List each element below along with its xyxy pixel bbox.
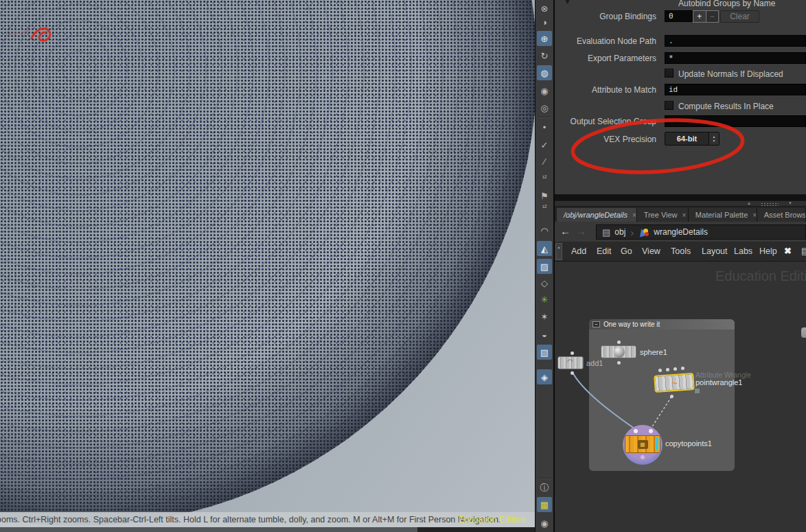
point-numbers-icon[interactable]: ¹²: [537, 170, 552, 185]
subdivision-display-icon[interactable]: ✳: [537, 292, 552, 307]
scene-viewport[interactable]: ooms. Ctrl+Right zooms. Spacebar-Ctrl-Le…: [0, 0, 535, 532]
menu-go[interactable]: Go: [621, 246, 632, 256]
point-display-icon[interactable]: •: [537, 119, 552, 135]
handles-icon[interactable]: ◈: [537, 369, 552, 384]
crossed-tools-icon[interactable]: ✖: [784, 246, 792, 256]
splitter-up-icon[interactable]: ▲: [747, 201, 751, 205]
particle-display-icon[interactable]: ✶: [537, 309, 552, 324]
input-dot[interactable]: [666, 368, 669, 371]
orbit-light-icon[interactable]: ↻: [537, 48, 552, 63]
group-box-header[interactable]: − One way to write it: [589, 319, 735, 329]
no-lights-icon[interactable]: ⊗: [537, 1, 552, 16]
network-editor[interactable]: Education Editi − One way to write it ◠ …: [555, 262, 806, 532]
menu-edit[interactable]: Edit: [597, 246, 612, 256]
forward-arrow-icon[interactable]: →: [576, 225, 586, 237]
node-label-sphere1: sphere1: [640, 348, 667, 356]
group-bindings-field[interactable]: 0: [665, 10, 693, 22]
list-icon[interactable]: ▤: [801, 246, 806, 256]
input-dot[interactable]: [571, 351, 574, 355]
visibility-icon[interactable]: ◉: [537, 516, 552, 531]
node-sphere1[interactable]: [601, 345, 636, 358]
menu-layout[interactable]: Layout: [702, 246, 728, 256]
headlight-icon[interactable]: ⊕: [537, 31, 552, 46]
obj-network-icon: ▤: [602, 227, 610, 238]
decrement-button[interactable]: −: [706, 11, 719, 22]
breadcrumb-current[interactable]: wrangleDetails: [654, 227, 708, 237]
input-dot[interactable]: [634, 429, 638, 433]
evaluation-node-path-label: Evaluation Node Path: [555, 36, 656, 46]
pane-splitter[interactable]: ▲ ▼: [555, 200, 806, 207]
node-copytopoints1[interactable]: ▦: [625, 435, 660, 453]
node-label-pointwrangle1: pointwrangle1: [695, 378, 743, 386]
splitter-down-icon[interactable]: ▼: [788, 201, 792, 205]
output-dot[interactable]: [670, 395, 673, 398]
breadcrumb: ▤ obj › wrangleDetails: [596, 224, 806, 240]
output-dot[interactable]: [641, 455, 645, 459]
attribute-to-match-field[interactable]: id: [665, 84, 806, 95]
hdri-sphere-icon[interactable]: ◍: [537, 65, 552, 80]
collapse-minus-icon[interactable]: −: [592, 321, 600, 327]
tab-asset-browser[interactable]: Asset Browse: [757, 208, 806, 222]
close-icon[interactable]: ×: [752, 211, 757, 219]
node-add1[interactable]: ◠: [557, 356, 584, 369]
tab-label: Tree View: [644, 211, 678, 219]
back-arrow-icon[interactable]: ←: [560, 225, 571, 237]
input-dot[interactable]: [649, 429, 653, 433]
input-dot[interactable]: [617, 340, 621, 344]
output-dot[interactable]: [571, 371, 574, 375]
isolate-objects-icon[interactable]: ◉: [537, 83, 552, 98]
point-vectors-icon[interactable]: ∕: [537, 154, 552, 169]
toolbar-divider: [538, 117, 551, 117]
node-badge: [695, 389, 700, 393]
menu-tools[interactable]: Tools: [671, 246, 691, 256]
autobind-checkbox[interactable]: ▼: [564, 0, 665, 5]
breadcrumb-root[interactable]: obj: [614, 227, 625, 237]
output-dot[interactable]: [617, 361, 621, 365]
menu-add[interactable]: Add: [571, 246, 586, 256]
viewport-status-bar: ooms. Ctrl+Right zooms. Spacebar-Ctrl-Le…: [0, 512, 535, 527]
prim-numbers-icon[interactable]: ¹²: [537, 200, 552, 215]
clear-button[interactable]: Clear: [720, 10, 759, 23]
offscreen-box-edge: [801, 327, 806, 338]
output-selection-group-field[interactable]: [665, 115, 806, 127]
tab-tree-view[interactable]: Tree View ×: [637, 208, 689, 222]
export-parameters-field[interactable]: *: [665, 52, 806, 64]
viewport-info-icon[interactable]: ⓘ: [537, 480, 552, 495]
close-icon[interactable]: ×: [682, 211, 687, 219]
menu-view[interactable]: View: [642, 246, 660, 256]
navigation-help-text: ooms. Ctrl+Right zooms. Spacebar-Ctrl-Le…: [0, 515, 500, 524]
quad-view-icon[interactable]: ▦: [537, 497, 552, 512]
close-icon[interactable]: ×: [632, 211, 636, 219]
node-label-add1: add1: [586, 359, 603, 367]
update-normals-checkbox[interactable]: [665, 69, 673, 78]
panel-collapse-handle[interactable]: ▲: [555, 243, 562, 260]
menu-help[interactable]: Help: [759, 246, 777, 256]
splitter-grip[interactable]: [761, 203, 779, 206]
textured-shading-icon[interactable]: ▨: [537, 259, 552, 274]
ghost-objects-icon[interactable]: ◎: [537, 100, 552, 115]
compute-results-label: Compute Results In Place: [678, 102, 774, 111]
profile-curves-icon[interactable]: ◠: [537, 223, 552, 238]
input-dot[interactable]: [658, 369, 662, 372]
tab-material-palette[interactable]: Material Palette ×: [689, 208, 757, 222]
background-image-icon[interactable]: ▧: [537, 345, 552, 360]
vex-precision-dropdown[interactable]: 64-bit ▲ ▼: [665, 132, 719, 146]
group-box-title: One way to write it: [603, 321, 660, 328]
disc-display-icon[interactable]: ◒: [537, 327, 552, 342]
tab-label: /obj/wrangleDetails: [564, 211, 627, 219]
prim-normals-icon[interactable]: ◭: [537, 241, 552, 256]
menu-labs[interactable]: Labs: [734, 246, 752, 256]
input-dot[interactable]: [673, 367, 677, 371]
tab-obj-wrangledetails[interactable]: /obj/wrangleDetails ×: [557, 208, 637, 222]
node-flag-bar[interactable]: [656, 438, 658, 450]
hull-display-icon[interactable]: ◇: [537, 275, 552, 290]
compute-results-checkbox[interactable]: [665, 101, 673, 110]
dome-light-icon[interactable]: ◑: [537, 14, 552, 30]
point-normals-icon[interactable]: ✓: [537, 137, 552, 152]
node-pointwrangle1[interactable]: ~: [654, 373, 695, 393]
education-edition-network-watermark: Education Editi: [715, 268, 806, 284]
evaluation-node-path-field[interactable]: .: [665, 35, 806, 47]
vex-precision-spinner[interactable]: ▲ ▼: [709, 132, 719, 145]
input-dot[interactable]: [681, 367, 684, 370]
increment-button[interactable]: +: [693, 11, 706, 22]
